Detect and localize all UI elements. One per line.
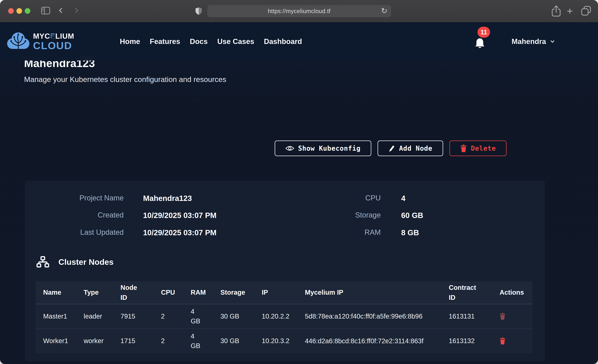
logo-wordmark: MYCELIUM CLOUD <box>33 32 74 51</box>
cell-type: leader <box>84 304 120 329</box>
column-header-name: Name <box>36 281 84 304</box>
trash-icon <box>460 144 467 152</box>
cloud-tree-logo-icon <box>6 31 31 52</box>
column-header-actions: Actions <box>499 281 532 304</box>
cell-ram: 4 GB <box>191 329 220 353</box>
delete-cluster-button[interactable]: Delete <box>449 141 507 156</box>
nav-link-home[interactable]: Home <box>120 37 140 46</box>
column-header-ip: IP <box>262 281 305 304</box>
last-updated-value: 10/29/2025 03:07 PM <box>143 228 216 237</box>
page-subtitle: Manage your Kubernetes cluster configura… <box>24 75 226 84</box>
column-header-ram: RAM <box>191 281 220 304</box>
logo-line2: CLOUD <box>33 41 74 51</box>
show-tabs-button[interactable] <box>581 6 591 16</box>
cluster-nodes-header: Cluster Nodes <box>36 256 114 268</box>
close-window-button[interactable] <box>8 8 14 14</box>
nav-link-dashboard[interactable]: Dashboard <box>264 37 302 46</box>
cell-storage: 30 GB <box>220 304 262 329</box>
sidebar-toggle-icon[interactable] <box>41 7 50 15</box>
cell-ip: 10.20.3.2 <box>262 329 305 353</box>
ram-label: RAM <box>298 228 381 236</box>
cell-storage: 30 GB <box>220 329 262 353</box>
project-name-label: Project Name <box>25 194 124 202</box>
notification-badge: 11 <box>478 27 490 38</box>
cell-type: worker <box>84 329 120 353</box>
cell-contract-id: 1613131 <box>449 304 499 329</box>
minimize-window-button[interactable] <box>17 8 22 14</box>
cluster-details-card: Project Name Mahendra123 Created 10/29/2… <box>25 181 545 361</box>
user-menu[interactable]: Mahendra <box>512 37 553 46</box>
created-value: 10/29/2025 03:07 PM <box>143 211 216 220</box>
add-node-button[interactable]: Add Node <box>378 141 443 156</box>
cell-actions <box>499 304 532 329</box>
table-row: Master1 leader 7915 2 4 GB 30 GB 10.20.2… <box>36 304 532 329</box>
cell-node-id: 1715 <box>120 329 161 353</box>
logo-line1: MYCELIUM <box>33 32 74 40</box>
delete-node-button[interactable] <box>499 338 506 344</box>
cell-ip: 10.20.2.2 <box>262 304 305 329</box>
user-name: Mahendra <box>512 37 546 46</box>
forward-button[interactable] <box>74 9 77 12</box>
nav-links: Home Features Docs Use Cases Dashboard <box>120 37 302 46</box>
created-label: Created <box>25 211 124 219</box>
column-header-contract-id: Contract ID <box>449 281 499 304</box>
cell-mycelium-ip: 5d8:78ea:a120:f40c:ff0f:a5fe:99e6:8b96 <box>305 304 449 329</box>
trash-icon <box>499 313 506 320</box>
storage-label: Storage <box>298 211 381 219</box>
page-body: Mahendra123 Manage your Kubernetes clust… <box>0 22 598 364</box>
delete-node-button[interactable] <box>499 313 506 320</box>
url-text: https://myceliumcloud.tf <box>268 8 331 14</box>
column-header-type: Type <box>84 281 120 304</box>
address-bar[interactable]: https://myceliumcloud.tf ↻ <box>207 5 391 17</box>
privacy-shield-icon[interactable] <box>195 6 202 16</box>
column-header-node-id: Node ID <box>120 281 161 304</box>
nav-link-docs[interactable]: Docs <box>190 37 208 46</box>
mycelium-cloud-logo[interactable]: MYCELIUM CLOUD <box>6 31 74 52</box>
column-header-storage: Storage <box>220 281 262 304</box>
navbar-right: 11 Mahendra <box>474 34 598 49</box>
trash-icon <box>499 338 506 344</box>
share-button[interactable] <box>551 5 561 17</box>
show-kubeconfig-button[interactable]: Show Kubeconfig <box>275 141 371 156</box>
table-header-row: Name Type Node ID CPU RAM Storage IP Myc… <box>36 281 532 304</box>
column-header-cpu: CPU <box>161 281 191 304</box>
traffic-lights <box>8 8 30 14</box>
cpu-value: 4 <box>401 194 406 203</box>
cluster-nodes-table: Name Type Node ID CPU RAM Storage IP Myc… <box>36 281 532 353</box>
browser-window: https://myceliumcloud.tf ↻ + Mahendra123… <box>0 0 598 364</box>
zoom-window-button[interactable] <box>25 8 30 14</box>
cell-contract-id: 1613132 <box>449 329 499 353</box>
top-navbar: MYCELIUM CLOUD Home Features Docs Use Ca… <box>0 22 598 61</box>
table-row: Worker1 worker 1715 2 4 GB 30 GB 10.20.3… <box>36 329 532 353</box>
cell-name: Worker1 <box>36 329 84 353</box>
cluster-actions: Show Kubeconfig Add Node Delete <box>275 141 507 156</box>
cell-actions <box>499 329 532 353</box>
cell-mycelium-ip: 446:d2a6:8bcd:8c16:ff0f:72e2:3114:863f <box>305 329 449 353</box>
storage-value: 60 GB <box>401 211 423 220</box>
new-tab-button[interactable]: + <box>567 6 573 16</box>
bell-icon <box>474 38 485 49</box>
nav-link-use-cases[interactable]: Use Cases <box>217 37 254 46</box>
forward-chevron-icon <box>73 8 78 13</box>
cell-cpu: 2 <box>161 304 191 329</box>
cell-name: Master1 <box>36 304 84 329</box>
back-chevron-icon <box>59 8 64 13</box>
cell-node-id: 7915 <box>120 304 161 329</box>
cell-cpu: 2 <box>161 329 191 353</box>
project-name-value: Mahendra123 <box>143 194 192 203</box>
browser-chrome: https://myceliumcloud.tf ↻ + <box>0 0 598 22</box>
logo-striped-e: E <box>50 32 55 40</box>
eye-icon <box>285 146 294 151</box>
cpu-label: CPU <box>298 194 381 202</box>
last-updated-label: Last Updated <box>25 228 124 236</box>
plus-icon: + <box>567 6 573 16</box>
chevron-down-icon <box>550 39 555 43</box>
pencil-icon <box>388 145 395 152</box>
cluster-nodes-icon <box>36 256 49 268</box>
reload-icon[interactable]: ↻ <box>381 6 387 15</box>
nav-link-features[interactable]: Features <box>150 37 180 46</box>
column-header-mycelium-ip: Mycelium IP <box>305 281 449 304</box>
back-button[interactable] <box>60 9 63 12</box>
ram-value: 8 GB <box>401 228 419 237</box>
notifications-button[interactable]: 11 <box>474 34 488 49</box>
